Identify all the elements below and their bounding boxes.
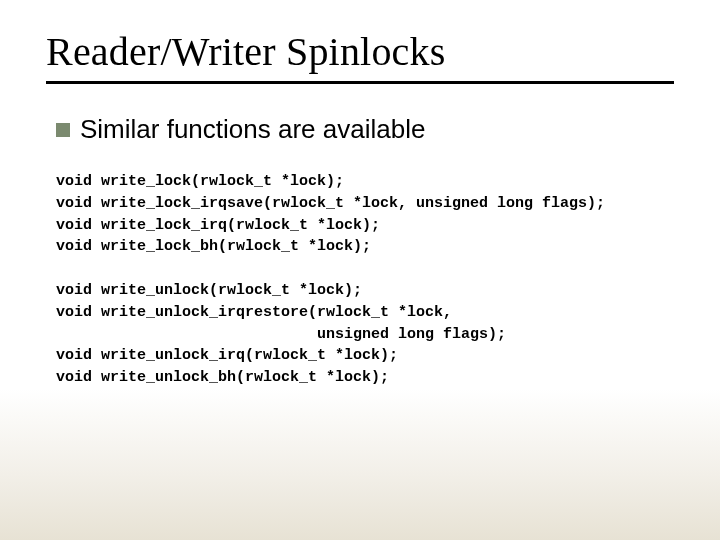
bullet-item: Similar functions are available bbox=[56, 114, 674, 145]
code-block-lock: void write_lock(rwlock_t *lock); void wr… bbox=[56, 171, 674, 258]
code-block-unlock: void write_unlock(rwlock_t *lock); void … bbox=[56, 280, 674, 389]
bullet-text: Similar functions are available bbox=[80, 114, 425, 145]
title-underline bbox=[46, 81, 674, 84]
slide-title: Reader/Writer Spinlocks bbox=[46, 28, 674, 75]
bullet-square-icon bbox=[56, 123, 70, 137]
slide: Reader/Writer Spinlocks Similar function… bbox=[0, 0, 720, 540]
